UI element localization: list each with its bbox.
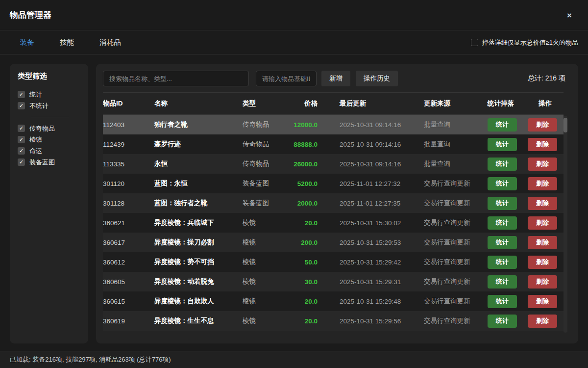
stat-button[interactable]: 统计 bbox=[488, 236, 517, 249]
base-id-input[interactable] bbox=[256, 71, 317, 86]
delete-button[interactable]: 删除 bbox=[528, 177, 557, 190]
table-row[interactable]: 112403独行者之靴传奇物品12000.02025-10-31 09:14:1… bbox=[103, 115, 564, 134]
item-update-source-cell: 交易行查询更新 bbox=[424, 238, 485, 247]
stat-button[interactable]: 统计 bbox=[488, 275, 517, 289]
item-type-cell: 传奇物品 bbox=[243, 120, 292, 129]
filter-checkbox-item[interactable]: ✓命运 bbox=[18, 145, 80, 157]
table-row[interactable]: 360621异度棱镜：兵临城下棱镜20.02025-10-31 15:30:02… bbox=[103, 213, 564, 233]
item-price-cell: 20.0 bbox=[292, 317, 318, 325]
stat-drops-cell: 统计 bbox=[485, 216, 527, 230]
table-row[interactable]: 360617异度棱镜：操刀必割棱镜200.02025-10-31 15:29:5… bbox=[103, 233, 564, 252]
checkbox-checked-icon[interactable]: ✓ bbox=[18, 147, 25, 155]
table-row[interactable]: 360619异度棱镜：生生不息棱镜20.02025-10-31 15:29:56… bbox=[103, 311, 564, 331]
filter-checkbox-item[interactable]: ✓棱镜 bbox=[18, 134, 80, 145]
item-name-cell: 蓝图：永恒 bbox=[154, 179, 243, 188]
actions-cell: 删除 bbox=[527, 177, 564, 190]
item-price-cell: 20.0 bbox=[292, 219, 318, 227]
delete-button[interactable]: 删除 bbox=[528, 158, 557, 171]
table-row[interactable]: 360605异度棱镜：动若脱兔棱镜30.02025-10-31 15:29:31… bbox=[103, 272, 564, 291]
item-price-cell: 26000.0 bbox=[292, 160, 318, 168]
checkbox-checked-icon[interactable]: ✓ bbox=[18, 91, 25, 98]
tab-skills[interactable]: 技能 bbox=[60, 38, 74, 47]
stat-button[interactable]: 统计 bbox=[488, 315, 517, 328]
header-name: 名称 bbox=[154, 99, 243, 108]
stat-button[interactable]: 统计 bbox=[488, 295, 517, 308]
item-name-cell: 异度棱镜：自欺欺人 bbox=[154, 297, 243, 306]
actions-cell: 删除 bbox=[527, 236, 564, 249]
tab-consumables[interactable]: 消耗品 bbox=[99, 38, 121, 47]
status-text: 已加载: 装备216项, 技能297项, 消耗品263项 (总计776项) bbox=[10, 356, 171, 363]
delete-button[interactable]: 删除 bbox=[528, 315, 557, 328]
stat-drops-cell: 统计 bbox=[485, 315, 527, 328]
item-price-cell: 88888.0 bbox=[292, 141, 318, 148]
checkbox-checked-icon[interactable]: ✓ bbox=[18, 136, 25, 143]
checkbox-checked-icon[interactable]: ✓ bbox=[18, 158, 25, 166]
checkbox-checked-icon[interactable]: ✓ bbox=[18, 102, 25, 109]
tab-list: 装备 技能 消耗品 bbox=[20, 31, 147, 54]
table-scrollbar[interactable] bbox=[564, 116, 567, 333]
item-update-source-cell: 批量查询 bbox=[424, 159, 485, 168]
delete-button[interactable]: 删除 bbox=[528, 197, 557, 210]
item-price-cell: 5200.0 bbox=[292, 180, 318, 187]
table-row[interactable]: 360615异度棱镜：自欺欺人棱镜20.02025-10-31 15:29:48… bbox=[103, 291, 564, 311]
delete-button[interactable]: 删除 bbox=[528, 295, 557, 308]
table-body: 112403独行者之靴传奇物品12000.02025-10-31 09:14:1… bbox=[103, 115, 564, 331]
stat-button[interactable]: 统计 bbox=[488, 177, 517, 190]
search-input[interactable] bbox=[103, 71, 249, 86]
stat-drops-cell: 统计 bbox=[485, 295, 527, 308]
scrollbar-thumb[interactable] bbox=[564, 118, 567, 132]
table-row[interactable]: 113335永恒传奇物品26000.02025-10-31 09:14:16批量… bbox=[103, 154, 564, 174]
item-type-cell: 棱镜 bbox=[243, 277, 292, 286]
filter-checkbox-label: 装备蓝图 bbox=[29, 158, 55, 167]
delete-button[interactable]: 删除 bbox=[528, 275, 557, 289]
actions-cell: 删除 bbox=[527, 158, 564, 171]
stat-button[interactable]: 统计 bbox=[488, 197, 517, 210]
filter-checkbox-label: 统计 bbox=[29, 90, 42, 99]
table-header-row: 物品ID 名称 类型 价格 最后更新 更新来源 统计掉落 操作 bbox=[103, 92, 564, 115]
checkbox-checked-icon[interactable]: ✓ bbox=[18, 125, 25, 132]
item-last-updated-cell: 2025-10-31 15:29:56 bbox=[318, 317, 424, 325]
filter-checkbox-item[interactable]: ✓统计 bbox=[18, 89, 80, 100]
delete-button[interactable]: 删除 bbox=[528, 236, 557, 249]
stat-button[interactable]: 统计 bbox=[488, 256, 517, 269]
delete-button[interactable]: 删除 bbox=[528, 138, 557, 151]
header-item-id: 物品ID bbox=[103, 99, 154, 108]
stat-button[interactable]: 统计 bbox=[488, 138, 517, 151]
table-row[interactable]: 112439森罗行迹传奇物品88888.02025-10-31 09:14:16… bbox=[103, 134, 564, 154]
drop-filter-checkbox[interactable] bbox=[471, 39, 478, 46]
item-id-cell: 301120 bbox=[103, 180, 154, 187]
stat-drops-cell: 统计 bbox=[485, 138, 527, 151]
item-price-cell: 50.0 bbox=[292, 259, 318, 266]
item-update-source-cell: 批量查询 bbox=[424, 140, 485, 149]
item-name-cell: 独行者之靴 bbox=[154, 120, 243, 129]
delete-button[interactable]: 删除 bbox=[528, 256, 557, 269]
item-last-updated-cell: 2025-11-01 12:27:32 bbox=[318, 180, 424, 187]
table-row[interactable]: 301120蓝图：永恒装备蓝图5200.02025-11-01 12:27:32… bbox=[103, 174, 564, 193]
filter-checkbox-label: 棱镜 bbox=[29, 135, 42, 144]
item-type-cell: 棱镜 bbox=[243, 258, 292, 266]
stat-button[interactable]: 统计 bbox=[488, 158, 517, 171]
actions-cell: 删除 bbox=[527, 295, 564, 308]
total-count: 总计: 216 项 bbox=[528, 74, 565, 83]
item-last-updated-cell: 2025-10-31 15:29:48 bbox=[318, 298, 424, 305]
stat-drops-cell: 统计 bbox=[485, 118, 527, 131]
tab-equipment[interactable]: 装备 bbox=[20, 38, 34, 47]
filter-checkbox-item[interactable]: ✓装备蓝图 bbox=[18, 157, 80, 168]
item-id-cell: 360605 bbox=[103, 278, 154, 286]
table-row[interactable]: 360612异度棱镜：势不可挡棱镜50.02025-10-31 15:29:42… bbox=[103, 252, 564, 272]
delete-button[interactable]: 删除 bbox=[528, 216, 557, 230]
filter-checkbox-item[interactable]: ✓传奇物品 bbox=[18, 123, 80, 134]
close-icon[interactable]: × bbox=[564, 11, 574, 21]
item-name-cell: 永恒 bbox=[154, 159, 243, 168]
toolbar: 新增 操作历史 总计: 216 项 bbox=[103, 71, 571, 86]
delete-button[interactable]: 删除 bbox=[528, 118, 557, 131]
item-name-cell: 异度棱镜：生生不息 bbox=[154, 316, 243, 325]
item-name-cell: 异度棱镜：兵临城下 bbox=[154, 218, 243, 227]
header-price: 价格 bbox=[292, 99, 318, 108]
add-button[interactable]: 新增 bbox=[321, 71, 350, 86]
table-row[interactable]: 301128蓝图：独行者之靴装备蓝图2000.02025-11-01 12:27… bbox=[103, 193, 564, 213]
history-button[interactable]: 操作历史 bbox=[356, 71, 398, 86]
filter-checkbox-item[interactable]: ✓不统计 bbox=[18, 100, 80, 111]
stat-button[interactable]: 统计 bbox=[488, 216, 517, 230]
stat-button[interactable]: 统计 bbox=[488, 118, 517, 131]
